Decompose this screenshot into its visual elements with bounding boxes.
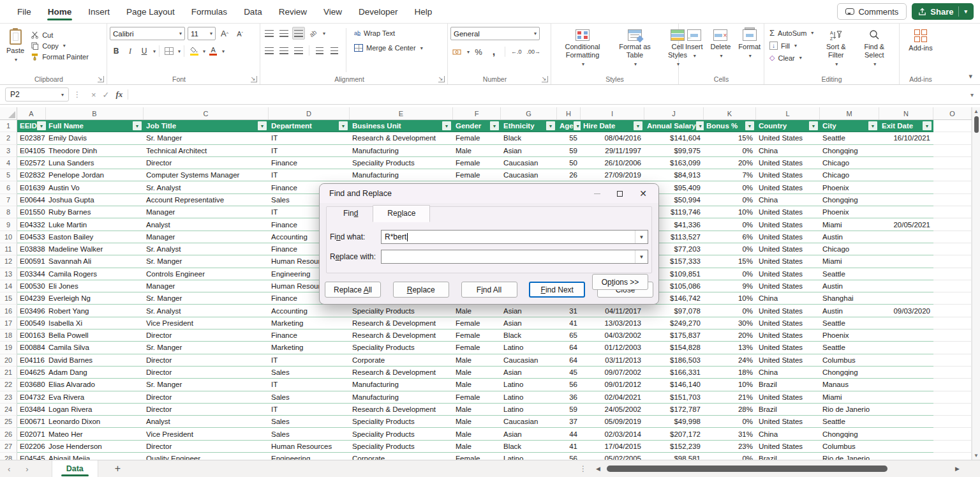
cell[interactable]: E04732 xyxy=(17,391,46,404)
insert-cells-button[interactable]: ← Insert ▾ xyxy=(681,27,707,61)
cell[interactable]: Sales xyxy=(269,391,350,404)
fill-color-button[interactable] xyxy=(188,44,200,58)
cell[interactable] xyxy=(879,169,933,181)
cell[interactable] xyxy=(933,231,972,243)
accounting-format-button[interactable] xyxy=(450,45,463,58)
cell[interactable]: 26 xyxy=(557,169,581,181)
cell[interactable]: Madeline Walker xyxy=(46,243,144,255)
cell[interactable]: Female xyxy=(453,329,501,342)
cell[interactable] xyxy=(933,453,972,460)
cell[interactable]: E04533 xyxy=(17,231,46,243)
menu-tab-help[interactable]: Help xyxy=(406,1,441,22)
cell[interactable]: Phoenix xyxy=(820,329,879,342)
cell[interactable]: 02/04/2021 xyxy=(581,391,644,404)
cell[interactable]: Emily Davis xyxy=(46,132,144,144)
cell[interactable]: Chicago xyxy=(820,157,879,169)
cell[interactable]: United States xyxy=(756,169,820,181)
cell[interactable] xyxy=(933,194,972,206)
cell[interactable]: Corporate xyxy=(350,354,453,367)
cell[interactable]: 28% xyxy=(704,404,756,416)
cell[interactable]: IT xyxy=(269,354,350,367)
cell[interactable]: 56 xyxy=(557,453,581,460)
cell[interactable]: $186,503 xyxy=(644,354,704,367)
filter-dropdown-icon[interactable]: ▼ xyxy=(574,121,581,130)
cell[interactable]: Research & Development xyxy=(350,329,453,342)
middle-align-button[interactable] xyxy=(278,27,290,40)
format-cells-button[interactable]: Format ▾ xyxy=(734,27,764,61)
cell[interactable] xyxy=(933,354,972,367)
column-header-J[interactable]: J xyxy=(644,107,704,119)
tab-find[interactable]: Find xyxy=(329,205,373,222)
cell[interactable] xyxy=(933,268,972,280)
comments-button[interactable]: Comments xyxy=(837,3,907,20)
share-button[interactable]: Share ▾ xyxy=(912,3,974,20)
vertical-scrollbar[interactable]: ▲ ▼ xyxy=(972,107,980,460)
cell[interactable]: Black xyxy=(501,329,557,342)
cell[interactable]: $146,140 xyxy=(644,379,704,391)
cell[interactable]: Male xyxy=(453,379,501,391)
cell[interactable]: Account Representative xyxy=(144,194,269,206)
horizontal-scroll-thumb[interactable] xyxy=(607,466,887,472)
cell[interactable]: Female xyxy=(453,453,501,460)
cell[interactable]: Sales xyxy=(269,367,350,379)
borders-button[interactable] xyxy=(163,45,175,57)
cell[interactable]: Marketing xyxy=(269,317,350,329)
cell[interactable]: Speciality Products xyxy=(350,428,453,440)
addins-button[interactable]: Add-ins xyxy=(905,27,936,55)
table-header-cell[interactable]: Age▼ xyxy=(557,120,581,132)
cell[interactable]: Asian xyxy=(501,428,557,440)
cell[interactable] xyxy=(879,157,933,169)
row-number[interactable]: 2 xyxy=(0,132,17,144)
cell[interactable]: United States xyxy=(756,280,820,292)
filter-dropdown-icon[interactable]: ▼ xyxy=(258,121,267,130)
cell[interactable]: Joshua Gupta xyxy=(46,194,144,206)
row-number[interactable]: 28 xyxy=(0,453,17,460)
cell[interactable]: Sr. Manger xyxy=(144,379,269,391)
comma-style-button[interactable]: , xyxy=(487,45,500,58)
cell[interactable]: Isabella Xi xyxy=(46,317,144,329)
table-header-cell[interactable]: Full Name▼ xyxy=(46,120,144,132)
cell[interactable]: 0% xyxy=(704,268,756,280)
table-header-cell[interactable]: EEID▼ xyxy=(17,120,46,132)
cell[interactable]: $49,998 xyxy=(644,416,704,428)
cell[interactable]: E03838 xyxy=(17,243,46,255)
cell[interactable]: $141,604 xyxy=(644,132,704,144)
cell[interactable]: 65 xyxy=(557,329,581,342)
column-header-H[interactable]: H xyxy=(557,107,581,119)
cell[interactable]: Theodore Dinh xyxy=(46,145,144,157)
cell[interactable]: 16/10/2021 xyxy=(879,132,933,144)
cell[interactable]: United States xyxy=(756,268,820,280)
cell[interactable]: Camila Rogers xyxy=(46,268,144,280)
table-header-cell[interactable]: Country▼ xyxy=(756,120,820,132)
filter-dropdown-icon[interactable]: ▼ xyxy=(37,121,46,130)
cell[interactable]: Corporate xyxy=(350,453,453,460)
borders-dropdown-icon[interactable]: ▾ xyxy=(178,49,181,54)
delete-cells-button[interactable]: × Delete ▾ xyxy=(707,27,735,61)
cell[interactable]: Asian xyxy=(501,145,557,157)
cell[interactable]: Male xyxy=(453,145,501,157)
cell[interactable]: E02387 xyxy=(17,132,46,144)
cell[interactable] xyxy=(879,145,933,157)
cell[interactable]: Chongqing xyxy=(820,367,879,379)
cell[interactable]: 9% xyxy=(704,280,756,292)
cell[interactable]: Eli Jones xyxy=(46,280,144,292)
cell[interactable]: 18% xyxy=(704,367,756,379)
scroll-right-icon[interactable]: ▶ xyxy=(953,466,962,472)
row-number[interactable]: 4 xyxy=(0,157,17,169)
table-header-cell[interactable]: Gender▼ xyxy=(453,120,501,132)
row-number[interactable]: 7 xyxy=(0,194,17,206)
cell[interactable] xyxy=(879,342,933,354)
cell[interactable]: 17/04/2015 xyxy=(581,441,644,453)
cell[interactable]: Speciality Products xyxy=(350,416,453,428)
underline-dropdown-icon[interactable]: ▾ xyxy=(153,49,156,54)
cell[interactable] xyxy=(879,354,933,367)
cell[interactable] xyxy=(933,157,972,169)
paste-button[interactable]: Paste ▾ xyxy=(3,27,28,65)
cell[interactable]: E04545 xyxy=(17,453,46,460)
cell[interactable]: E04332 xyxy=(17,218,46,231)
cell[interactable]: E00549 xyxy=(17,317,46,329)
cell[interactable]: Camila Silva xyxy=(46,342,144,354)
cell[interactable]: IT xyxy=(269,132,350,144)
cut-button[interactable]: Cut xyxy=(28,29,91,40)
cell[interactable]: United States xyxy=(756,243,820,255)
